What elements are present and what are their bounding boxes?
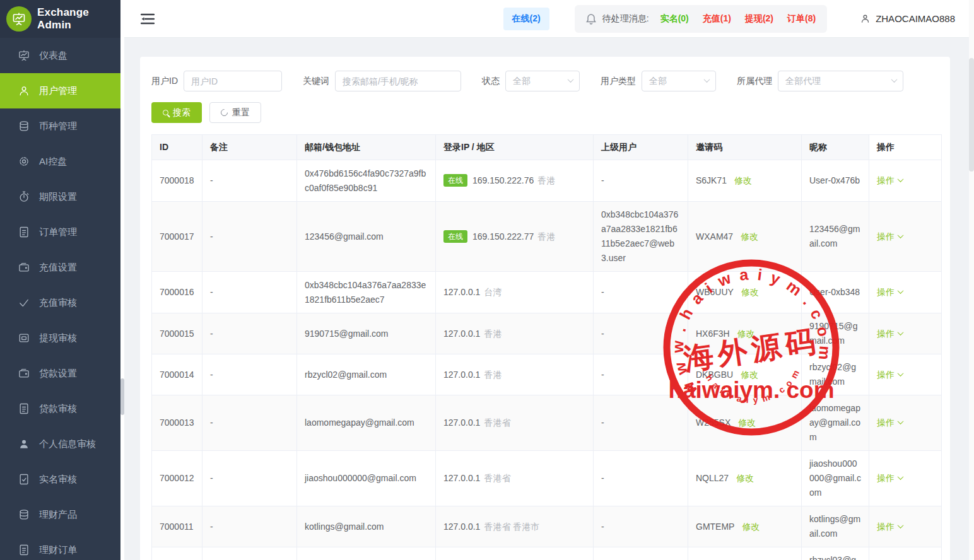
row-action-dropdown[interactable]: 操作 bbox=[877, 231, 903, 242]
modify-invite-link[interactable]: 修改 bbox=[741, 370, 758, 380]
cell-action: 操作 bbox=[869, 547, 942, 560]
sidebar-item-0[interactable]: 仪表盘 bbox=[0, 38, 120, 73]
card-icon bbox=[18, 332, 30, 344]
status-select[interactable]: 全部 bbox=[505, 71, 580, 91]
row-action-dropdown[interactable]: 操作 bbox=[877, 329, 903, 339]
pending-messages-box: 待处理消息: 实名(0)充值(1)提现(2)订单(8) bbox=[575, 5, 827, 33]
sidebar-scrollbar-thumb[interactable] bbox=[120, 378, 124, 415]
cell-login: 127.0.0.1香港 bbox=[436, 313, 594, 354]
cell-login: 127.0.0.1台湾 bbox=[436, 272, 594, 313]
cell-account: 9190715@gmail.com bbox=[297, 313, 436, 354]
chevron-down-icon bbox=[898, 522, 904, 528]
topbar: 在线(2) 待处理消息: 实名(0)充值(1)提现(2)订单(8) ZHAOCA… bbox=[124, 0, 974, 38]
row-action-dropdown[interactable]: 操作 bbox=[877, 522, 903, 532]
column-header-6: 昵称 bbox=[802, 135, 869, 160]
chevron-down-icon bbox=[891, 76, 898, 83]
row-action-dropdown[interactable]: 操作 bbox=[877, 370, 903, 380]
keyword-input[interactable] bbox=[335, 71, 461, 91]
cell-account: 0x476bd6156c4fa90c7327a9fbc0af0f85e90b8c… bbox=[297, 160, 436, 202]
sidebar-item-label: 期限设置 bbox=[39, 191, 77, 203]
doc-icon bbox=[18, 544, 30, 556]
nickname: 123456@gmail.com bbox=[809, 224, 860, 248]
parent-user: - bbox=[601, 522, 604, 532]
filter-actions: 搜索 重置 bbox=[151, 102, 940, 123]
row-action-dropdown[interactable]: 操作 bbox=[877, 473, 903, 483]
modify-invite-link[interactable]: 修改 bbox=[738, 417, 756, 428]
sidebar-item-2[interactable]: 币种管理 bbox=[0, 108, 120, 144]
nickname: kotlings@gmail.com bbox=[809, 514, 860, 539]
doccheck-icon bbox=[18, 473, 30, 486]
cell-parent: - bbox=[594, 451, 688, 506]
cell-id: 7000015 bbox=[152, 313, 202, 354]
table-row: 7000012-jiaoshou000000@gmail.com127.0.0.… bbox=[152, 451, 942, 506]
user-id: 7000017 bbox=[160, 231, 194, 242]
user-menu[interactable]: ZHAOCAIMAO888 bbox=[860, 13, 955, 24]
sidebar-item-10[interactable]: 贷款审核 bbox=[0, 391, 120, 426]
pending-badge-3[interactable]: 订单(8) bbox=[787, 13, 816, 23]
pending-badge-0[interactable]: 实名(0) bbox=[660, 13, 689, 23]
user-id-input[interactable] bbox=[184, 71, 282, 91]
remark: - bbox=[210, 287, 213, 297]
modify-invite-link[interactable]: 修改 bbox=[737, 329, 755, 339]
search-button[interactable]: 搜索 bbox=[151, 102, 202, 123]
email-or-wallet: jiaoshou000000@gmail.com bbox=[305, 473, 416, 483]
sidebar-item-3[interactable]: AI控盘 bbox=[0, 144, 120, 179]
sidebar-item-label: 币种管理 bbox=[39, 120, 77, 132]
modify-invite-link[interactable]: 修改 bbox=[742, 522, 760, 532]
row-action-dropdown[interactable]: 操作 bbox=[877, 287, 903, 297]
sidebar-item-13[interactable]: 理财产品 bbox=[0, 497, 120, 532]
cell-id: 7000016 bbox=[152, 272, 202, 313]
sidebar-item-1[interactable]: 用户管理 bbox=[0, 73, 120, 108]
sidebar-item-7[interactable]: 充值审核 bbox=[0, 285, 120, 320]
column-header-1: 备注 bbox=[202, 135, 297, 160]
chevron-down-icon bbox=[898, 288, 904, 294]
pending-badge-2[interactable]: 提现(2) bbox=[745, 13, 773, 23]
parent-user: - bbox=[601, 287, 604, 297]
cell-id: 7000013 bbox=[152, 395, 202, 451]
cell-nickname: 123456@gmail.com bbox=[802, 202, 869, 272]
modify-invite-link[interactable]: 修改 bbox=[741, 231, 758, 242]
topbar-right: 在线(2) 待处理消息: 实名(0)充值(1)提现(2)订单(8) ZHAOCA… bbox=[503, 5, 955, 33]
user-type-select[interactable]: 全部 bbox=[642, 71, 716, 91]
page-scrollbar-thumb[interactable] bbox=[969, 58, 974, 172]
sidebar-item-14[interactable]: 理财订单 bbox=[0, 532, 120, 560]
modify-invite-link[interactable]: 修改 bbox=[736, 473, 754, 483]
login-region: 香港 bbox=[537, 175, 555, 185]
collapse-menu-icon[interactable] bbox=[141, 13, 155, 25]
row-action-dropdown[interactable]: 操作 bbox=[877, 175, 903, 185]
row-action-label: 操作 bbox=[877, 231, 895, 242]
refresh-icon bbox=[220, 108, 230, 118]
chevron-down-icon bbox=[898, 418, 904, 424]
sidebar-item-label: 用户管理 bbox=[39, 85, 77, 97]
row-action-dropdown[interactable]: 操作 bbox=[877, 417, 903, 428]
sidebar-scrollbar[interactable] bbox=[120, 0, 124, 560]
reset-button[interactable]: 重置 bbox=[209, 102, 261, 123]
invite-code: DKBGBU bbox=[696, 370, 733, 380]
user-id: 7000013 bbox=[160, 417, 194, 428]
sidebar-item-5[interactable]: 订单管理 bbox=[0, 214, 120, 250]
row-action-label: 操作 bbox=[877, 329, 895, 339]
modify-invite-link[interactable]: 修改 bbox=[734, 175, 752, 185]
pending-badge-1[interactable]: 充值(1) bbox=[703, 13, 731, 23]
cell-invite: HX6F3H修改 bbox=[688, 313, 802, 354]
online-count-chip[interactable]: 在线(2) bbox=[503, 8, 549, 30]
cell-remark: - bbox=[202, 451, 297, 506]
app-title: Exchange Admin bbox=[37, 6, 114, 32]
sidebar-item-label: 理财订单 bbox=[39, 544, 77, 556]
sidebar-item-12[interactable]: 实名审核 bbox=[0, 462, 120, 497]
agent-select[interactable]: 全部代理 bbox=[778, 71, 903, 91]
sidebar-item-4[interactable]: 期限设置 bbox=[0, 179, 120, 214]
sidebar-item-9[interactable]: 贷款设置 bbox=[0, 356, 120, 391]
modify-invite-link[interactable]: 修改 bbox=[741, 287, 759, 297]
db-icon bbox=[18, 508, 30, 521]
page-scrollbar[interactable] bbox=[969, 0, 974, 560]
sidebar-item-6[interactable]: 充值设置 bbox=[0, 250, 120, 285]
login-ip: 127.0.0.1 bbox=[443, 287, 480, 297]
cell-parent: djttasso@qq.com bbox=[594, 547, 688, 560]
cell-account: kotlings@gmail.com bbox=[297, 506, 436, 547]
sidebar-item-11[interactable]: 个人信息审核 bbox=[0, 426, 120, 462]
cell-remark: - bbox=[202, 272, 297, 313]
sidebar-item-8[interactable]: 提现审核 bbox=[0, 320, 120, 356]
table-row: 7000014-rbzycl02@gmail.com127.0.0.1香港-DK… bbox=[152, 354, 942, 395]
invite-code: GMTEMP bbox=[696, 522, 734, 532]
